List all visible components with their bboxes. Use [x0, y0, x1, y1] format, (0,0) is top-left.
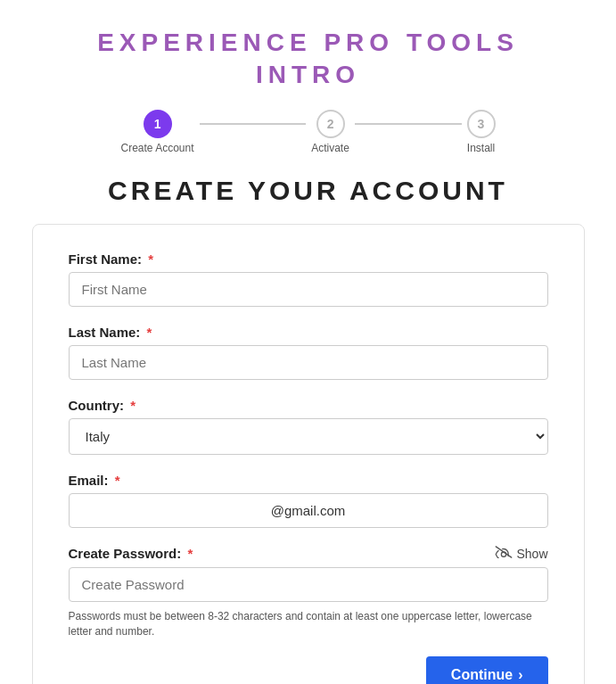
password-header: Create Password: * Show [69, 546, 548, 562]
step-3: 3 Install [467, 110, 496, 154]
country-required: * [130, 398, 136, 413]
step-label-2: Activate [311, 142, 349, 154]
step-line-2-3 [355, 123, 462, 125]
password-group: Create Password: * Show Passwords must b… [69, 546, 548, 639]
step-circle-2: 2 [316, 110, 345, 138]
show-label: Show [516, 547, 547, 561]
password-label: Create Password: * [69, 546, 193, 561]
step-label-3: Install [467, 142, 495, 154]
country-group: Country: * ItalyUnited StatesUnited King… [69, 398, 548, 455]
arrow-right-icon: › [518, 667, 522, 683]
password-input[interactable] [69, 567, 548, 602]
step-line-1-2 [200, 123, 307, 125]
email-label: Email: * [69, 473, 548, 488]
step-label-1: Create Account [121, 142, 194, 154]
show-password-button[interactable]: Show [495, 546, 547, 562]
email-group: Email: * [69, 473, 548, 528]
first-name-required: * [148, 251, 153, 267]
continue-button[interactable]: Continue › [426, 656, 548, 684]
stepper: 1 Create Account 2 Activate 3 Install [121, 110, 496, 154]
first-name-input[interactable] [69, 272, 548, 307]
form-card: First Name: * Last Name: * Country: * It… [32, 224, 585, 684]
app-title: EXPERIENCE PRO TOOLS INTRO [97, 27, 519, 92]
password-hint: Passwords must be between 8-32 character… [69, 609, 548, 639]
page-heading: CREATE YOUR ACCOUNT [108, 176, 508, 206]
last-name-input[interactable] [69, 345, 548, 380]
step-2: 2 Activate [311, 110, 349, 154]
last-name-required: * [147, 325, 152, 340]
eye-slash-icon [495, 546, 513, 562]
last-name-group: Last Name: * [69, 325, 548, 380]
country-select[interactable]: ItalyUnited StatesUnited KingdomFranceGe… [69, 418, 548, 455]
email-input[interactable] [69, 493, 548, 528]
email-required: * [115, 473, 120, 488]
country-label: Country: * [69, 398, 548, 413]
password-required: * [187, 546, 193, 561]
step-1: 1 Create Account [121, 110, 194, 154]
first-name-label: First Name: * [69, 251, 548, 267]
step-circle-3: 3 [467, 110, 496, 138]
last-name-label: Last Name: * [69, 325, 548, 340]
first-name-group: First Name: * [69, 251, 548, 307]
step-circle-1: 1 [144, 110, 172, 138]
